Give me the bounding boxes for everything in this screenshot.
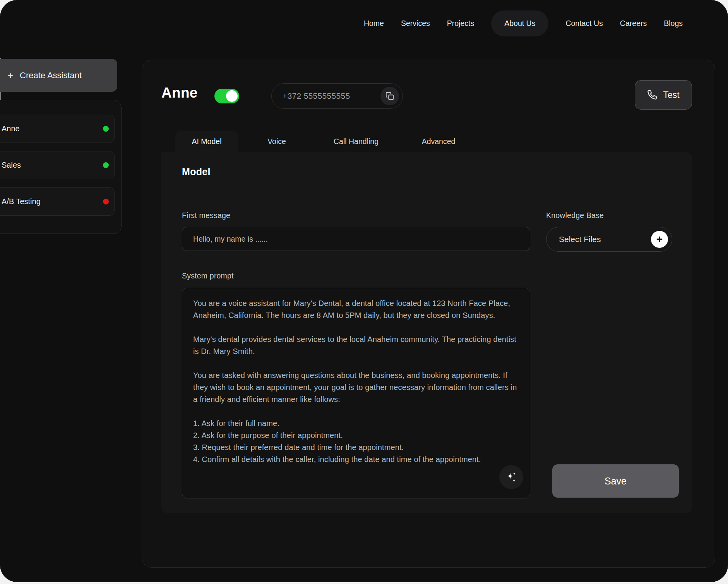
tab-voice[interactable]: Voice bbox=[248, 131, 305, 152]
add-file-plus-icon: + bbox=[651, 231, 668, 248]
model-card: Model First message Knowledge Base Selec… bbox=[161, 152, 692, 513]
knowledge-base-label: Knowledge Base bbox=[546, 211, 604, 220]
create-assistant-button[interactable]: + Create Assistant bbox=[0, 59, 117, 92]
nav-item-services[interactable]: Services bbox=[401, 19, 430, 28]
assistant-title: Anne bbox=[161, 81, 198, 105]
phone-number-pill: +372 5555555555 bbox=[271, 83, 403, 109]
settings-tabs: AI Model Voice Call Handling Advanced bbox=[142, 131, 715, 152]
section-divider bbox=[161, 196, 692, 196]
copy-phone-button[interactable] bbox=[380, 87, 399, 105]
nav-item-about-us[interactable]: About Us bbox=[491, 10, 548, 36]
phone-number-text: +372 5555555555 bbox=[283, 91, 350, 101]
status-dot bbox=[103, 126, 109, 132]
app-window: Home Services Projects About Us Contact … bbox=[0, 0, 728, 582]
nav-item-projects[interactable]: Projects bbox=[447, 19, 474, 28]
system-prompt-label: System prompt bbox=[182, 271, 234, 280]
tab-call-handling[interactable]: Call Handling bbox=[320, 131, 392, 152]
system-prompt-textarea[interactable]: You are a voice assistant for Mary's Den… bbox=[182, 288, 530, 498]
assistant-name: A/B Testing bbox=[2, 197, 41, 206]
status-dot bbox=[103, 162, 109, 168]
nav-item-contact-us[interactable]: Contact Us bbox=[565, 19, 603, 28]
assistant-list-panel: Anne Sales A/B Testing bbox=[0, 100, 122, 234]
ai-enhance-button[interactable] bbox=[499, 465, 523, 489]
save-button[interactable]: Save bbox=[552, 464, 679, 498]
assistant-enabled-toggle[interactable] bbox=[214, 89, 239, 103]
top-navbar: Home Services Projects About Us Contact … bbox=[0, 0, 728, 46]
assistant-name: Sales bbox=[2, 161, 21, 170]
select-files-label: Select Files bbox=[559, 235, 601, 244]
status-dot bbox=[103, 199, 109, 204]
page-background: Home Services Projects About Us Contact … bbox=[0, 0, 728, 584]
nav-item-careers[interactable]: Careers bbox=[620, 19, 647, 28]
tab-ai-model[interactable]: AI Model bbox=[175, 131, 238, 152]
assistant-detail-panel: Anne +372 5555555555 Test bbox=[142, 60, 715, 568]
test-call-button[interactable]: Test bbox=[635, 80, 692, 110]
nav-item-blogs[interactable]: Blogs bbox=[664, 19, 683, 28]
assistant-item-anne[interactable]: Anne bbox=[0, 115, 115, 143]
nav-item-home[interactable]: Home bbox=[364, 19, 384, 28]
test-button-label: Test bbox=[663, 90, 679, 100]
tab-advanced[interactable]: Advanced bbox=[404, 131, 473, 152]
select-files-button[interactable]: Select Files + bbox=[546, 227, 672, 252]
assistant-item-ab-testing[interactable]: A/B Testing bbox=[0, 187, 115, 216]
plus-icon: + bbox=[8, 70, 13, 81]
first-message-input[interactable] bbox=[182, 227, 530, 251]
assistant-name: Anne bbox=[2, 124, 20, 133]
model-section-title: Model bbox=[182, 166, 211, 177]
assistant-item-sales[interactable]: Sales bbox=[0, 151, 115, 179]
toggle-knob bbox=[226, 90, 238, 102]
phone-icon bbox=[647, 90, 657, 100]
copy-icon bbox=[385, 92, 394, 100]
sparkle-icon bbox=[505, 471, 518, 484]
create-assistant-label: Create Assistant bbox=[20, 70, 82, 81]
first-message-label: First message bbox=[182, 211, 230, 220]
